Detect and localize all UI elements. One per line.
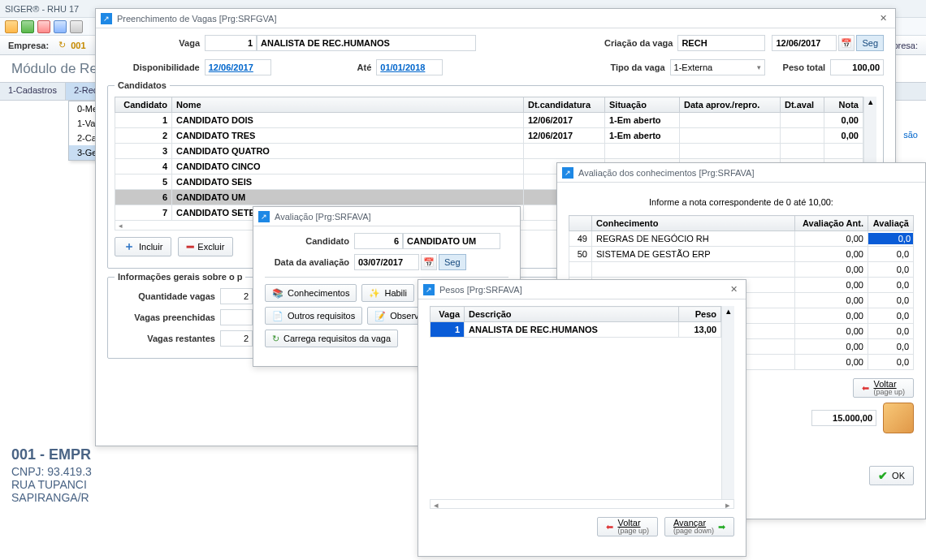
table-header: Vaga Descrição Peso <box>431 307 721 322</box>
app-icon: ↗ <box>101 13 112 24</box>
calendar-button[interactable]: 📅 <box>838 35 855 51</box>
habilidades-button[interactable]: ✨Habili <box>361 284 414 302</box>
footer-value: 15.000,00 <box>811 410 876 426</box>
doc-icon: 📄 <box>272 311 283 321</box>
app-icon: ↗ <box>562 167 573 179</box>
tab-cadastros[interactable]: 1-Cadastros <box>0 83 66 100</box>
titlebar[interactable]: ↗ Pesos [Prg:SRFAVA] ✕ <box>418 280 746 299</box>
close-icon[interactable]: ✕ <box>726 282 741 297</box>
company-cnpj: CNPJ: 93.419.3 <box>11 465 92 478</box>
avatar-icon <box>883 403 914 433</box>
seg-button[interactable]: Seg <box>439 254 466 270</box>
col-nota[interactable]: Nota <box>824 97 863 113</box>
voltar-sublabel: (page up) <box>617 528 649 535</box>
label-candidato: Candidato <box>265 236 354 246</box>
label-preenchidas: Vagas preenchidas <box>115 312 220 322</box>
outros-requisitos-button[interactable]: 📄Outros requisitos <box>265 307 362 325</box>
scrollbar-vertical[interactable]: ▴ <box>721 306 734 499</box>
table-row[interactable]: 49REGRAS DE NEGÓCIO RH0,000,0 <box>569 231 914 247</box>
excluir-button[interactable]: ━Excluir <box>178 237 233 256</box>
wand-icon: ✨ <box>369 288 380 299</box>
company-city: SAPIRANGA/R <box>11 491 92 504</box>
label-criacao: Criação da vaga <box>515 38 677 48</box>
vaga-num-field[interactable]: 1 <box>205 35 257 51</box>
titlebar[interactable]: ↗ Avaliação dos conhecimentos [Prg:SRFAV… <box>557 163 925 183</box>
calendar-button[interactable]: 📅 <box>421 254 437 270</box>
col-peso[interactable]: Peso <box>679 307 721 322</box>
refresh-icon[interactable]: ↻ <box>58 40 66 50</box>
minus-icon: ━ <box>187 240 193 253</box>
col-data-aprov[interactable]: Data aprov./repro. <box>680 97 781 113</box>
label-disponibilidade: Disponibilidade <box>107 62 205 72</box>
col-situacao[interactable]: Situação <box>605 97 680 113</box>
col-nome[interactable]: Nome <box>172 97 524 113</box>
refresh-icon: ↻ <box>272 334 279 344</box>
toolbar-icon[interactable] <box>54 20 67 33</box>
table-row[interactable]: 2CANDIDATO TRES12/06/20171-Em aberto0,00 <box>115 128 863 144</box>
habilidades-label: Habili <box>384 288 407 298</box>
empresa-tag: presa: <box>893 41 918 50</box>
company-name: 001 - EMPR <box>11 446 92 463</box>
cand-num-field: 6 <box>354 233 403 249</box>
legend-candidatos: Candidatos <box>115 80 170 90</box>
toolbar-icon[interactable] <box>21 20 34 33</box>
col-descricao[interactable]: Descrição <box>465 307 679 322</box>
peso-total-field: 100,00 <box>830 59 884 75</box>
criacao-user-field: RECH <box>677 35 765 51</box>
table-row[interactable]: 1CANDIDATO DOIS12/06/20171-Em aberto0,00 <box>115 113 863 128</box>
col-conhecimento[interactable]: Conhecimento <box>592 216 795 231</box>
col-aval-ant[interactable]: Avaliação Ant. <box>795 216 868 231</box>
seg-button[interactable]: Seg <box>856 35 884 51</box>
avancar-sublabel: (page down) <box>673 528 714 535</box>
tipo-vaga-select[interactable]: 1-Externa▾ <box>670 59 766 75</box>
scrollbar-horizontal[interactable]: ◂▸ <box>430 499 734 509</box>
voltar-button[interactable]: ⬅ Voltar(page up) <box>853 378 914 398</box>
toolbar-icon[interactable] <box>37 20 50 33</box>
ok-button[interactable]: ✔OK <box>869 466 914 485</box>
app-icon: ↗ <box>423 284 435 295</box>
col-vaga[interactable]: Vaga <box>431 307 465 322</box>
arrow-right-icon: ➡ <box>718 522 725 532</box>
disp-field[interactable]: 12/06/2017 <box>205 59 271 75</box>
qtd-vagas-field: 2 <box>220 288 253 304</box>
titlebar[interactable]: ↗ Preenchimento de Vagas [Prg:SRFGVA] ✕ <box>96 9 895 28</box>
empresa-label: Empresa: <box>8 41 54 50</box>
outros-label: Outros requisitos <box>288 311 355 321</box>
table-row[interactable]: 3CANDIDATO QUATRO <box>115 144 863 159</box>
label-qtd-vagas: Quantidade vagas <box>115 291 220 301</box>
toolbar-icon[interactable] <box>5 20 18 33</box>
toolbar-icon[interactable] <box>70 20 83 33</box>
conhecimentos-label: Conhecimentos <box>288 288 349 298</box>
label-restantes: Vagas restantes <box>115 334 220 343</box>
avancar-button[interactable]: Avançar(page down) ➡ <box>664 517 734 536</box>
table-header: Candidato Nome Dt.candidatura Situação D… <box>115 97 863 113</box>
book-icon: 📚 <box>272 288 283 299</box>
window-title: Avaliação dos conhecimentos [Prg:SRFAVA] <box>578 168 920 178</box>
table-row[interactable]: 50SISTEMA DE GESTÃO ERP0,000,0 <box>569 247 914 262</box>
col-dt-candidatura[interactable]: Dt.candidatura <box>524 97 605 113</box>
data-avaliacao-field[interactable]: 03/07/2017 <box>354 254 419 270</box>
restantes-field: 2 <box>220 330 253 347</box>
pesos-table: Vaga Descrição Peso 1ANALISTA DE REC.HUM… <box>430 306 721 338</box>
table-row[interactable]: 1ANALISTA DE REC.HUMANOS13,00 <box>431 322 721 338</box>
col-dt-aval[interactable]: Dt.aval <box>781 97 824 113</box>
voltar-button[interactable]: ⬅ Voltar(page up) <box>597 517 658 536</box>
company-address: RUA TUPANCI <box>11 478 92 491</box>
ate-field[interactable]: 01/01/2018 <box>376 59 443 75</box>
col-candidato[interactable]: Candidato <box>115 97 172 113</box>
titlebar[interactable]: ↗ Avaliação [Prg:SRFAVA] <box>253 207 520 226</box>
carrega-label: Carrega requisitos da vaga <box>283 334 391 343</box>
window-title: Avaliação [Prg:SRFAVA] <box>275 212 515 222</box>
incluir-button[interactable]: ＋Incluir <box>115 237 171 256</box>
side-link[interactable]: são <box>903 130 918 140</box>
carrega-requisitos-button[interactable]: ↻Carrega requisitos da vaga <box>265 330 398 347</box>
voltar-sublabel: (page up) <box>873 389 905 396</box>
table-row[interactable]: 0,000,0 <box>569 262 914 278</box>
legend-info: Informações gerais sobre o p <box>115 272 245 282</box>
close-icon[interactable]: ✕ <box>876 11 890 26</box>
vaga-desc-field[interactable]: ANALISTA DE REC.HUMANOS <box>257 35 476 51</box>
conhecimentos-button[interactable]: 📚Conhecimentos <box>265 284 357 302</box>
arrow-left-icon: ⬅ <box>862 383 869 394</box>
col-avaliacao[interactable]: Avaliaçã <box>868 216 914 231</box>
tipo-vaga-value: 1-Externa <box>674 62 713 72</box>
